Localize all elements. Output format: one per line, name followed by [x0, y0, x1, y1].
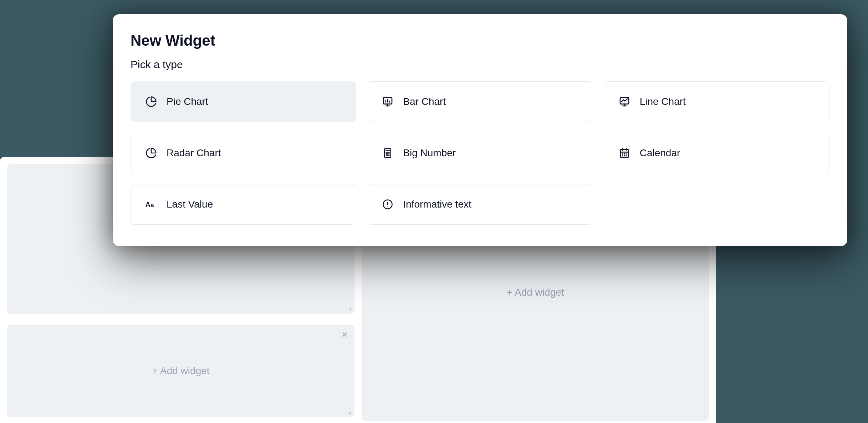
svg-point-11: [386, 152, 387, 153]
type-label: Radar Chart: [167, 147, 221, 159]
svg-point-24: [622, 154, 623, 154]
svg-point-17: [386, 155, 387, 156]
close-icon[interactable]: [339, 330, 349, 340]
svg-point-13: [389, 152, 389, 153]
svg-point-15: [388, 154, 388, 154]
resize-handle-icon[interactable]: [345, 408, 352, 414]
svg-point-27: [622, 156, 623, 156]
radar-chart-icon: [145, 147, 157, 159]
svg-point-25: [624, 154, 624, 154]
text-aa-icon: Aa: [145, 198, 157, 210]
modal-title: New Widget: [131, 32, 829, 49]
type-label: Calendar: [640, 147, 680, 159]
type-label: Big Number: [403, 147, 456, 159]
svg-text:A: A: [145, 200, 150, 208]
pie-chart-icon: [145, 96, 157, 108]
bar-chart-icon: [382, 96, 394, 108]
widget-slot[interactable]: + Add widget: [7, 325, 354, 417]
svg-text:a: a: [151, 202, 154, 208]
resize-handle-icon[interactable]: [345, 305, 352, 311]
type-last-value[interactable]: Aa Last Value: [131, 184, 356, 225]
svg-point-29: [626, 156, 626, 156]
svg-point-19: [389, 155, 389, 156]
calculator-icon: [382, 147, 394, 159]
type-label: Line Chart: [640, 96, 686, 107]
add-widget-button[interactable]: + Add widget: [506, 287, 564, 298]
type-calendar[interactable]: Calendar: [604, 133, 829, 173]
calendar-icon: [618, 147, 630, 159]
svg-point-28: [624, 156, 624, 156]
new-widget-modal: New Widget Pick a type Pie Chart Bar Cha…: [113, 14, 847, 246]
resize-handle-icon[interactable]: [700, 412, 706, 418]
svg-point-14: [386, 154, 387, 154]
svg-point-26: [626, 154, 626, 154]
svg-point-16: [389, 154, 389, 154]
svg-point-12: [388, 152, 388, 153]
type-pie-chart[interactable]: Pie Chart: [131, 81, 356, 122]
type-big-number[interactable]: Big Number: [367, 133, 593, 173]
type-bar-chart[interactable]: Bar Chart: [367, 81, 593, 122]
type-line-chart[interactable]: Line Chart: [604, 81, 829, 122]
add-widget-button[interactable]: + Add widget: [152, 365, 209, 377]
info-icon: [382, 198, 394, 210]
widget-type-grid: Pie Chart Bar Chart Line Chart Radar Cha…: [131, 81, 829, 225]
type-label: Informative text: [403, 199, 471, 210]
type-label: Pie Chart: [167, 96, 208, 107]
modal-subtitle: Pick a type: [131, 58, 829, 71]
type-informative-text[interactable]: Informative text: [367, 184, 593, 225]
svg-point-18: [388, 155, 388, 156]
type-radar-chart[interactable]: Radar Chart: [131, 133, 356, 173]
type-label: Last Value: [167, 199, 213, 210]
line-chart-icon: [618, 96, 630, 108]
svg-point-34: [387, 206, 388, 207]
type-label: Bar Chart: [403, 96, 446, 107]
